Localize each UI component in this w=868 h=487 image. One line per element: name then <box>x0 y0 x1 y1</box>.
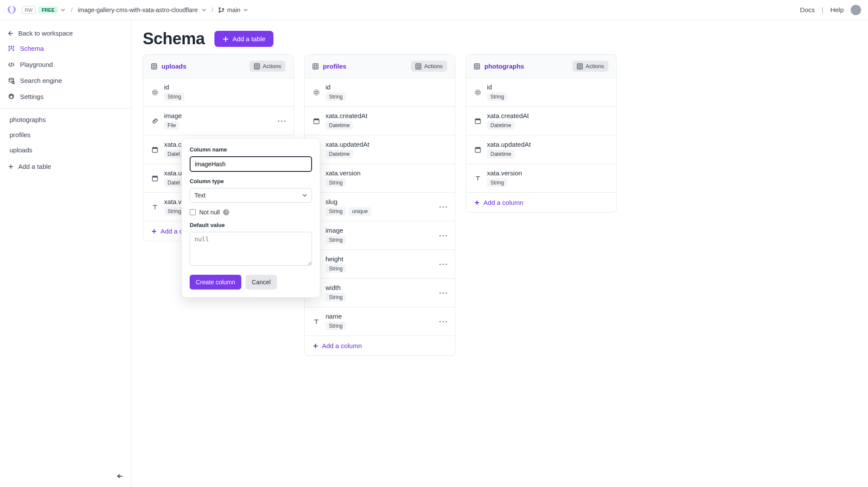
column-row[interactable]: image String <box>305 221 455 250</box>
type-badge: Datetime <box>326 121 353 130</box>
help-link[interactable]: Help <box>830 6 844 13</box>
column-row[interactable]: id String <box>305 78 455 107</box>
sidebar-item-label: Search engine <box>20 77 62 84</box>
type-badge: Datetime <box>326 150 353 158</box>
table-name[interactable]: profiles <box>312 63 346 70</box>
sidebar-item-schema[interactable]: Schema <box>0 40 131 56</box>
sidebar-item-label: Playground <box>20 61 53 68</box>
xata-logo[interactable] <box>7 5 16 15</box>
not-null-label: Not null <box>199 209 220 216</box>
svg-rect-48 <box>475 148 480 149</box>
project-selector[interactable]: image-gallery-cms-with-xata-astro-cloudf… <box>78 7 206 13</box>
svg-point-22 <box>314 90 319 95</box>
column-row[interactable]: xata.updatedAt Datetime <box>466 135 616 164</box>
column-row[interactable]: id String <box>143 78 293 107</box>
column-row[interactable]: xata.version String <box>305 164 455 193</box>
branch-icon <box>218 7 224 13</box>
column-row[interactable]: slug Stringunique <box>305 193 455 221</box>
type-badge: String <box>326 207 346 216</box>
more-icon[interactable] <box>439 292 447 294</box>
add-column-button[interactable]: Add a column <box>466 193 616 212</box>
more-icon[interactable] <box>439 321 447 322</box>
branch-selector[interactable]: main <box>218 7 248 13</box>
arrow-left-icon <box>8 30 14 36</box>
svg-point-31 <box>443 235 444 236</box>
more-icon[interactable] <box>439 235 447 237</box>
add-table-label: Add a table <box>18 163 51 170</box>
help-icon[interactable]: ? <box>223 209 229 215</box>
docs-link[interactable]: Docs <box>800 6 815 13</box>
sidebar-item-search[interactable]: Search engine <box>0 72 131 89</box>
type-badge: String <box>487 178 507 187</box>
column-row[interactable]: name String <box>305 307 455 336</box>
svg-rect-43 <box>577 64 582 69</box>
chevron-down-icon <box>201 7 207 13</box>
column-name: xata.updatedAt <box>326 141 447 148</box>
chevron-down-icon <box>302 193 307 198</box>
back-to-workspace[interactable]: Back to workspace <box>0 26 131 40</box>
table-card-photographs: photographs Actions id String xata.creat… <box>466 54 617 213</box>
create-column-button[interactable]: Create column <box>190 275 241 290</box>
sidebar-item-playground[interactable]: Playground <box>0 56 131 72</box>
add-column-button[interactable]: Add a column <box>305 336 455 355</box>
column-type-select[interactable]: Text <box>190 188 312 203</box>
avatar[interactable] <box>851 5 861 15</box>
sidebar-item-settings[interactable]: Settings <box>0 89 131 105</box>
topbar: RW FREE / image-gallery-cms-with-xata-as… <box>0 0 868 20</box>
text-icon <box>474 175 482 182</box>
column-row[interactable]: xata.version String <box>466 164 616 193</box>
column-name: xata.createdAt <box>487 112 608 119</box>
table-icon <box>474 63 480 69</box>
column-name-input[interactable] <box>190 156 312 172</box>
cancel-button[interactable]: Cancel <box>246 275 277 290</box>
svg-point-40 <box>443 321 444 322</box>
more-icon[interactable] <box>439 263 447 265</box>
table-actions-button[interactable]: Actions <box>250 61 286 72</box>
column-type-value: Text <box>194 192 206 199</box>
column-row[interactable]: xata.createdAt Datetime <box>466 107 616 135</box>
column-name: width <box>326 284 434 291</box>
datetime-icon <box>474 146 482 153</box>
column-row[interactable]: width String <box>305 279 455 307</box>
svg-point-37 <box>443 292 444 293</box>
page-title: Schema <box>143 30 205 48</box>
separator: / <box>71 7 72 13</box>
project-name: image-gallery-cms-with-xata-astro-cloudf… <box>78 7 197 13</box>
column-row[interactable]: id String <box>466 78 616 107</box>
chevron-down-icon <box>243 7 248 13</box>
column-row[interactable]: image File <box>143 107 293 135</box>
type-badge: String <box>164 92 184 101</box>
table-icon <box>254 63 260 69</box>
default-value-input[interactable] <box>190 232 312 266</box>
column-type-label: Column type <box>190 178 312 184</box>
separator: | <box>822 7 824 13</box>
table-actions-button[interactable]: Actions <box>411 61 447 72</box>
svg-point-29 <box>446 206 447 207</box>
more-icon[interactable] <box>278 120 286 122</box>
column-row[interactable]: xata.createdAt Datetime <box>305 107 455 135</box>
table-name[interactable]: uploads <box>151 63 187 70</box>
not-null-checkbox[interactable] <box>190 209 196 215</box>
column-row[interactable]: xata.updatedAt Datetime <box>305 135 455 164</box>
column-name: id <box>326 83 447 91</box>
plus-icon <box>8 164 14 170</box>
table-actions-button[interactable]: Actions <box>572 61 608 72</box>
column-name: name <box>326 313 434 320</box>
sidebar-table-uploads[interactable]: uploads <box>0 142 131 158</box>
text-icon <box>151 204 159 211</box>
add-table-button[interactable]: Add a table <box>214 31 273 47</box>
table-name[interactable]: photographs <box>474 63 524 70</box>
svg-rect-17 <box>152 148 158 149</box>
datetime-icon <box>474 118 482 125</box>
sidebar-add-table[interactable]: Add a table <box>0 158 131 175</box>
plus-icon <box>474 200 480 206</box>
sidebar-table-photographs[interactable]: photographs <box>0 112 131 127</box>
svg-point-36 <box>440 292 441 293</box>
more-icon[interactable] <box>439 206 447 208</box>
sidebar-table-profiles[interactable]: profiles <box>0 127 131 142</box>
svg-rect-20 <box>313 64 318 69</box>
workspace-selector[interactable]: RW FREE <box>22 6 66 14</box>
type-badge: String <box>326 293 346 302</box>
column-row[interactable]: height String <box>305 250 455 279</box>
collapse-sidebar-button[interactable] <box>115 473 123 479</box>
